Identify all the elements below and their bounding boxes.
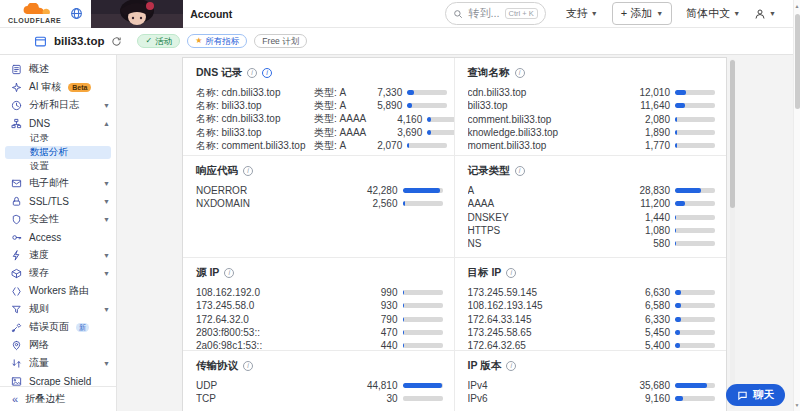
sidebar-subitem-dns-analytics[interactable]: 数据分析 <box>5 146 111 159</box>
panel-row[interactable]: 108.162.192.0990 <box>196 286 443 299</box>
sidebar-item-security[interactable]: 安全性▼ <box>0 210 116 228</box>
user-menu[interactable]: ▼ <box>754 8 776 20</box>
info-icon[interactable]: i <box>262 68 272 78</box>
account-label[interactable]: Account <box>190 8 232 20</box>
search-input[interactable]: 转到... Ctrl + K <box>445 2 545 25</box>
sidebar-item-access[interactable]: Access <box>0 228 116 246</box>
scroll-up-arrow[interactable]: ▲ <box>794 3 800 9</box>
panel-row[interactable]: 173.245.58.655,450 <box>468 326 716 339</box>
card-scrollbar[interactable] <box>730 59 735 409</box>
sidebar-item-ssl-tls[interactable]: SSL/TLS▼ <box>0 192 116 210</box>
chevron-down-icon: ▼ <box>103 102 110 109</box>
panel-row[interactable]: DNSKEY1,440 <box>468 211 716 224</box>
row-type: 类型: A <box>314 86 346 100</box>
panel-row[interactable]: 172.64.32.655,400 <box>468 339 716 351</box>
page-scrollbar[interactable]: ▲ ▼ <box>793 0 800 411</box>
support-menu[interactable]: 支持 ▼ <box>566 6 598 21</box>
row-label: 2803:f800:53:: <box>196 327 342 338</box>
access-icon <box>11 232 22 243</box>
panel-transport-protocol: 传输协议iUDP44,810TCP30 <box>183 351 455 411</box>
panel-row[interactable]: UDP44,810 <box>196 379 443 392</box>
info-icon[interactable]: i <box>224 268 234 278</box>
panel-row[interactable]: knowledge.bili33.top1,890 <box>468 126 716 139</box>
panel-row[interactable]: 名称: bili33.top类型: AAAA3,690 <box>196 126 443 139</box>
panel-row[interactable]: NS580 <box>468 237 716 250</box>
panel-row[interactable]: bili33.top11,640 <box>468 99 716 112</box>
panel-row[interactable]: 名称: cdn.bili33.top类型: A7,330 <box>196 86 443 99</box>
starred-badge[interactable]: ★ 所有指标 <box>187 34 247 49</box>
sidebar-item-email[interactable]: 电子邮件▼ <box>0 174 116 192</box>
sidebar-item-ai-audit[interactable]: AI 审核Beta <box>0 78 116 96</box>
panel-row[interactable]: 名称: bili33.top类型: A5,890 <box>196 99 443 112</box>
panel-row[interactable]: A28,830 <box>468 184 716 197</box>
chat-button[interactable]: 聊天 <box>726 384 785 406</box>
info-icon[interactable]: i <box>515 166 525 176</box>
add-button[interactable]: + 添加 ▼ <box>612 2 672 25</box>
sidebar-subitem-dns-records[interactable]: 记录 <box>5 132 111 145</box>
panel-row[interactable]: 2a06:98c1:53::440 <box>196 339 443 351</box>
language-menu[interactable]: 简体中文 ▼ <box>686 6 740 21</box>
page-scrollbar-thumb[interactable] <box>795 14 800 109</box>
row-value: 11,200 <box>614 198 670 209</box>
sidebar-item-overview[interactable]: 概述 <box>0 60 116 78</box>
sidebar-item-label: 错误页面 <box>29 320 69 334</box>
sidebar-item-speed[interactable]: 速度▼ <box>0 246 116 264</box>
scroll-down-arrow[interactable]: ▼ <box>794 402 800 408</box>
panel-row[interactable]: 2803:f800:53::470 <box>196 326 443 339</box>
info-icon[interactable]: i <box>243 166 253 176</box>
support-label: 支持 <box>566 6 588 21</box>
info-icon[interactable]: i <box>247 68 257 78</box>
sidebar-item-error-pages[interactable]: 错误页面新 <box>0 318 116 336</box>
panel-row[interactable]: AAAA11,200 <box>468 197 716 210</box>
row-value: 990 <box>342 287 398 298</box>
panel-row[interactable]: cdn.bili33.top12,010 <box>468 86 716 99</box>
panel-row[interactable]: moment.bili33.top1,770 <box>468 139 716 152</box>
sidebar-item-caching[interactable]: 缓存▼ <box>0 264 116 282</box>
row-bar <box>675 228 715 233</box>
sidebar-item-workers-routes[interactable]: Workers 路由 <box>0 282 116 300</box>
row-bar <box>407 90 447 95</box>
row-label: 173.245.58.0 <box>196 300 342 311</box>
panel-row[interactable]: 108.162.193.1456,580 <box>468 299 716 312</box>
row-value: 790 <box>342 314 398 325</box>
info-icon[interactable]: i <box>515 68 525 78</box>
panel-row[interactable]: 173.245.58.0930 <box>196 299 443 312</box>
chevron-up-icon: ▲ <box>103 120 110 127</box>
card-scrollbar-thumb[interactable] <box>730 60 735 208</box>
panel-row[interactable]: 172.64.32.0790 <box>196 313 443 326</box>
panel-row[interactable]: 名称: cdn.bili33.top类型: AAAA4,160 <box>196 113 443 126</box>
panel-row[interactable]: IPv69,160 <box>468 392 716 405</box>
row-bar <box>403 343 443 348</box>
sidebar-item-rules[interactable]: 规则▼ <box>0 300 116 318</box>
chevron-down-icon: ▼ <box>103 252 110 259</box>
panel-row[interactable]: HTTPS1,080 <box>468 224 716 237</box>
panel-row[interactable]: NXDOMAIN2,560 <box>196 197 443 210</box>
panel-row[interactable]: IPv435,680 <box>468 379 716 392</box>
row-label: knowledge.bili33.top <box>468 127 615 138</box>
panel-row[interactable]: 名称: comment.bili33.top类型: A2,070 <box>196 139 443 152</box>
sidebar-item-network[interactable]: 网络 <box>0 336 116 354</box>
collapse-sidebar-button[interactable]: « 折叠边栏 <box>0 386 116 411</box>
panel-row[interactable]: TCP30 <box>196 392 443 405</box>
sidebar-item-label: DNS <box>29 118 50 129</box>
sidebar-item-traffic[interactable]: 流量▼ <box>0 354 116 372</box>
row-bar <box>427 130 454 135</box>
row-bar <box>675 201 715 206</box>
panel-source-ip: 源 IPi108.162.192.0990173.245.58.0930172.… <box>183 258 455 351</box>
panel-row[interactable]: NOERROR42,280 <box>196 184 443 197</box>
refresh-icon[interactable] <box>111 36 122 47</box>
overview-icon <box>11 64 22 75</box>
error-pages-icon <box>11 322 22 333</box>
row-bar <box>675 103 715 108</box>
sidebar-item-analytics-logs[interactable]: 分析和日志▼ <box>0 96 116 114</box>
sidebar-item-dns[interactable]: DNS▲ <box>0 114 116 132</box>
panel-row[interactable]: 173.245.59.1456,630 <box>468 286 716 299</box>
panel-row[interactable]: 172.64.33.1456,330 <box>468 313 716 326</box>
cloudflare-logo[interactable]: CLOUDFLARE <box>8 3 61 24</box>
sidebar-subitem-dns-settings[interactable]: 设置 <box>5 160 111 173</box>
info-icon[interactable]: i <box>506 361 516 371</box>
globe-icon[interactable] <box>70 7 83 20</box>
panel-row[interactable]: comment.bili33.top2,080 <box>468 113 716 126</box>
info-icon[interactable]: i <box>243 361 253 371</box>
info-icon[interactable]: i <box>506 268 516 278</box>
